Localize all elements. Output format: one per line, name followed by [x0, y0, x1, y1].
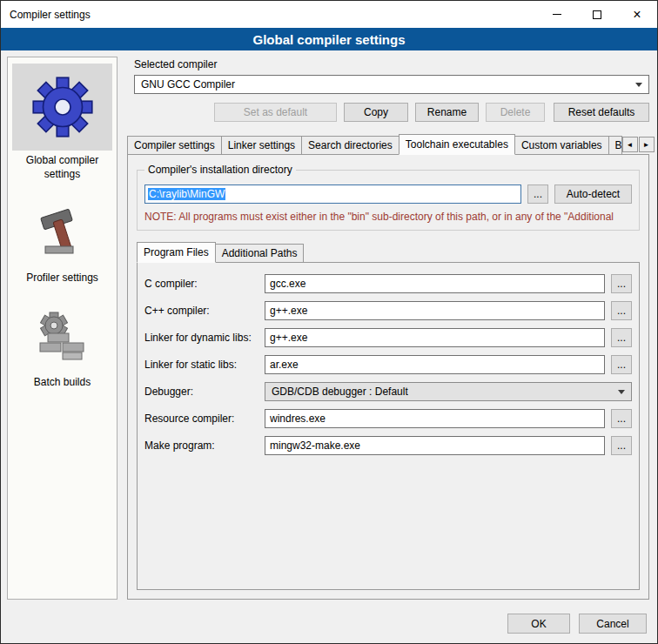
cancel-button[interactable]: Cancel: [579, 614, 647, 634]
maximize-button[interactable]: [577, 1, 617, 28]
c-compiler-label: C compiler:: [144, 278, 265, 290]
tab-scroll-left-button[interactable]: ◄: [622, 137, 638, 152]
sidebar-selected-highlight: [12, 64, 112, 151]
sidebar-item-global-compiler-settings[interactable]: Global compiler settings: [8, 62, 117, 198]
batch-builds-icon-box: [12, 305, 112, 372]
installation-directory-label: Compiler's installation directory: [144, 164, 296, 176]
c-compiler-browse-button[interactable]: ...: [611, 274, 632, 293]
set-as-default-button[interactable]: Set as default: [214, 103, 337, 122]
toolchain-executables-panel: Compiler's installation directory C:\ray…: [127, 154, 649, 600]
tab-toolchain-executables[interactable]: Toolchain executables: [399, 134, 515, 155]
static-linker-input[interactable]: [265, 355, 605, 374]
sidebar-item-label: Profiler settings: [21, 272, 104, 285]
installation-directory-groupbox: Compiler's installation directory C:\ray…: [137, 170, 640, 231]
tab-build-options[interactable]: Buil: [608, 136, 622, 154]
resource-compiler-row: Resource compiler: ...: [144, 409, 632, 428]
sidebar: Global compiler settings Profiler settin…: [7, 57, 118, 600]
dialog-footer: OK Cancel: [1, 606, 657, 643]
static-linker-browse-button[interactable]: ...: [611, 355, 632, 374]
make-program-browse-button[interactable]: ...: [611, 436, 632, 455]
installation-path-input[interactable]: C:\raylib\MinGW: [144, 184, 521, 204]
dynamic-linker-row: Linker for dynamic libs: ...: [144, 328, 632, 347]
main-panel: Selected compiler GNU GCC Compiler Set a…: [125, 57, 651, 600]
debugger-label: Debugger:: [144, 386, 265, 398]
copy-button[interactable]: Copy: [344, 103, 408, 122]
tab-linker-settings[interactable]: Linker settings: [221, 136, 302, 154]
minimize-icon: [553, 14, 561, 15]
reset-defaults-button[interactable]: Reset defaults: [554, 103, 649, 122]
window-title: Compiler settings: [1, 9, 91, 21]
dialog-content: Global compiler settings Profiler settin…: [1, 50, 657, 606]
tab-additional-paths[interactable]: Additional Paths: [215, 244, 305, 262]
right-arrow-icon: ►: [643, 141, 650, 149]
profiler-icon-box: [12, 200, 112, 268]
selected-compiler-label: Selected compiler: [134, 58, 651, 70]
c-compiler-input[interactable]: [265, 274, 605, 293]
tab-program-files[interactable]: Program Files: [137, 242, 216, 263]
cpp-compiler-row: C++ compiler: ...: [144, 301, 632, 320]
make-program-row: Make program: ...: [144, 436, 632, 455]
cpp-compiler-label: C++ compiler:: [144, 305, 265, 317]
titlebar: Compiler settings ×: [1, 1, 657, 28]
resource-compiler-browse-button[interactable]: ...: [611, 409, 632, 428]
program-files-panel: C compiler: ... C++ compiler: ... Linker…: [137, 262, 640, 590]
tab-search-directories[interactable]: Search directories: [301, 136, 400, 154]
resource-compiler-input[interactable]: [265, 409, 605, 428]
compiler-select-value: GNU GCC Compiler: [141, 78, 235, 91]
compiler-buttons-row: Set as default Copy Rename Delete Reset …: [134, 103, 649, 122]
rename-button[interactable]: Rename: [415, 103, 479, 122]
left-arrow-icon: ◄: [627, 141, 634, 149]
sidebar-item-label: Global compiler settings: [8, 154, 117, 181]
resource-compiler-label: Resource compiler:: [144, 413, 265, 425]
dialog-header: Global compiler settings: [1, 28, 657, 50]
bin-subdirectory-note: NOTE: All programs must exist either in …: [144, 211, 632, 223]
make-program-input[interactable]: [265, 436, 605, 455]
dynamic-linker-browse-button[interactable]: ...: [611, 328, 632, 347]
settings-tabstrip: Compiler settings Linker settings Search…: [127, 134, 649, 154]
sidebar-item-batch-builds[interactable]: Batch builds: [8, 303, 117, 407]
program-files-tabstrip: Program Files Additional Paths: [137, 242, 640, 262]
close-icon: ×: [633, 8, 641, 22]
tab-scroll-buttons: ◄ ►: [621, 137, 655, 152]
debugger-select-value: GDB/CDB debugger : Default: [272, 386, 408, 398]
chevron-down-icon: [618, 390, 625, 394]
close-button[interactable]: ×: [617, 1, 657, 28]
installation-path-value: C:\raylib\MinGW: [148, 188, 225, 200]
profiler-icon: [35, 206, 91, 262]
make-program-label: Make program:: [144, 439, 265, 452]
delete-button[interactable]: Delete: [486, 103, 545, 122]
tab-scroll-right-button[interactable]: ►: [639, 137, 655, 152]
batch-builds-icon: [35, 311, 91, 366]
sidebar-item-profiler-settings[interactable]: Profiler settings: [8, 198, 117, 303]
debugger-row: Debugger: GDB/CDB debugger : Default: [144, 382, 632, 401]
debugger-select[interactable]: GDB/CDB debugger : Default: [265, 382, 632, 401]
tab-compiler-settings[interactable]: Compiler settings: [127, 136, 222, 154]
dynamic-linker-label: Linker for dynamic libs:: [144, 332, 265, 344]
dynamic-linker-input[interactable]: [265, 328, 605, 347]
compiler-settings-dialog: Compiler settings × Global compiler sett…: [0, 0, 658, 644]
maximize-icon: [593, 10, 601, 19]
auto-detect-button[interactable]: Auto-detect: [554, 184, 632, 204]
static-linker-row: Linker for static libs: ...: [144, 355, 632, 374]
window-controls: ×: [537, 1, 657, 28]
cpp-compiler-input[interactable]: [265, 301, 605, 320]
gear-icon: [31, 76, 94, 138]
ok-button[interactable]: OK: [507, 614, 570, 634]
tab-custom-variables[interactable]: Custom variables: [514, 136, 609, 154]
dialog-header-title: Global compiler settings: [252, 32, 405, 47]
sidebar-item-label: Batch builds: [29, 376, 96, 390]
chevron-down-icon: [635, 83, 642, 87]
browse-path-button[interactable]: ...: [527, 184, 548, 204]
c-compiler-row: C compiler: ...: [144, 274, 632, 293]
cpp-compiler-browse-button[interactable]: ...: [611, 301, 632, 320]
static-linker-label: Linker for static libs:: [144, 359, 265, 371]
installation-path-row: C:\raylib\MinGW ... Auto-detect: [144, 184, 632, 204]
compiler-select[interactable]: GNU GCC Compiler: [134, 75, 649, 94]
minimize-button[interactable]: [537, 1, 577, 28]
